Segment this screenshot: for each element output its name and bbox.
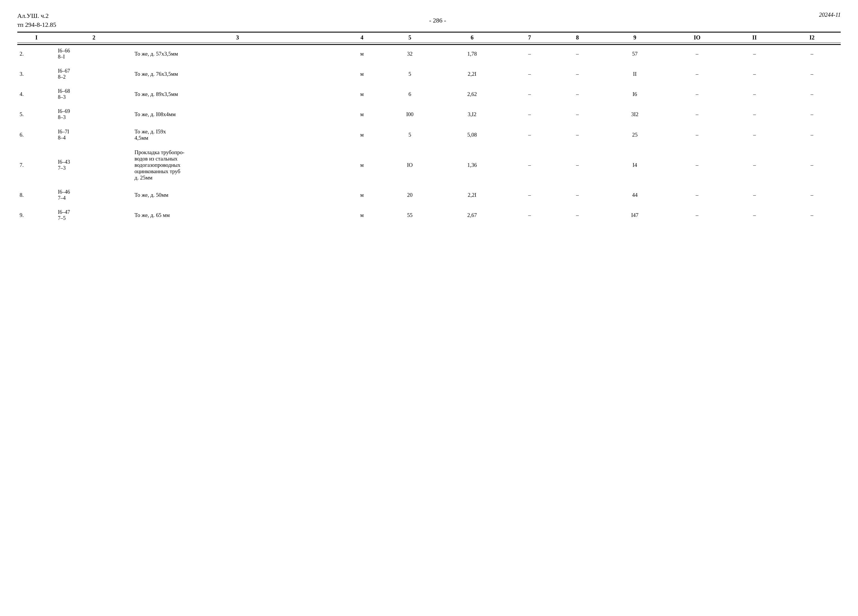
spacer-row bbox=[17, 184, 841, 186]
row-col6: 1,78 bbox=[438, 44, 505, 63]
col-header-8: 8 bbox=[553, 32, 602, 43]
row-col10: – bbox=[668, 44, 726, 63]
row-col9: 44 bbox=[602, 186, 668, 204]
row-col6: 3,I2 bbox=[438, 106, 505, 123]
row-unit: м bbox=[343, 146, 381, 184]
col-header-6: 6 bbox=[438, 32, 505, 43]
spacer-row bbox=[17, 144, 841, 146]
row-code: I6–69 8–3 bbox=[56, 106, 132, 123]
row-col5: IO bbox=[381, 146, 438, 184]
row-col5: I00 bbox=[381, 106, 438, 123]
row-col11: – bbox=[726, 106, 783, 123]
row-col6: 2,2I bbox=[438, 65, 505, 83]
table-header-row: I 2 3 4 5 6 7 8 9 IO II I2 bbox=[17, 32, 841, 43]
row-col7: – bbox=[506, 186, 553, 204]
row-col5: 5 bbox=[381, 65, 438, 83]
row-col6: 2,2I bbox=[438, 186, 505, 204]
row-col9: 57 bbox=[602, 44, 668, 63]
row-col8: – bbox=[553, 146, 602, 184]
spacer-row bbox=[17, 123, 841, 126]
row-col7: – bbox=[506, 146, 553, 184]
row-num: 7. bbox=[17, 146, 56, 184]
row-col10: – bbox=[668, 85, 726, 103]
row-col7: – bbox=[506, 106, 553, 123]
row-unit: м bbox=[343, 85, 381, 103]
row-code: I6–47 7–5 bbox=[56, 206, 132, 224]
row-col8: – bbox=[553, 186, 602, 204]
col-header-11: II bbox=[726, 32, 783, 43]
row-col6: 2,62 bbox=[438, 85, 505, 103]
row-col7: – bbox=[506, 206, 553, 224]
row-col9: I4 bbox=[602, 146, 668, 184]
row-desc: Прокладка трубопро- водов из стальных во… bbox=[132, 146, 343, 184]
row-col5: 32 bbox=[381, 44, 438, 63]
spacer-row bbox=[17, 83, 841, 85]
row-col11: – bbox=[726, 206, 783, 224]
row-unit: м bbox=[343, 44, 381, 63]
row-col10: – bbox=[668, 126, 726, 144]
row-desc: То же, д. I59х 4,5мм bbox=[132, 126, 343, 144]
table-row: 3.I6–67 8–2То же, д. 76х3,5ммм52,2I––II–… bbox=[17, 65, 841, 83]
row-col10: – bbox=[668, 146, 726, 184]
row-col7: – bbox=[506, 126, 553, 144]
row-col10: – bbox=[668, 65, 726, 83]
col-header-10: IO bbox=[668, 32, 726, 43]
row-num: 5. bbox=[17, 106, 56, 123]
row-unit: м bbox=[343, 126, 381, 144]
col-header-2: 2 bbox=[56, 32, 132, 43]
col-header-9: 9 bbox=[602, 32, 668, 43]
row-col8: – bbox=[553, 85, 602, 103]
table-body: 2.I6–66 8–IТо же, д. 57х3,5ммм321,78––57… bbox=[17, 44, 841, 224]
row-unit: м bbox=[343, 106, 381, 123]
row-col8: – bbox=[553, 65, 602, 83]
table-row: 8.I6–46 7–4То же, д. 50ммм202,2I––44––– bbox=[17, 186, 841, 204]
row-code: I6–43 7–3 bbox=[56, 146, 132, 184]
row-col9: II bbox=[602, 65, 668, 83]
row-col9: 3I2 bbox=[602, 106, 668, 123]
spacer-row bbox=[17, 103, 841, 106]
row-col8: – bbox=[553, 44, 602, 63]
row-col11: – bbox=[726, 126, 783, 144]
row-unit: м bbox=[343, 186, 381, 204]
col-header-1: I bbox=[17, 32, 56, 43]
row-col12: – bbox=[783, 206, 841, 224]
col-header-3: 3 bbox=[132, 32, 343, 43]
spacer-row bbox=[17, 63, 841, 65]
row-col5: 55 bbox=[381, 206, 438, 224]
row-col11: – bbox=[726, 146, 783, 184]
row-col12: – bbox=[783, 146, 841, 184]
row-col9: I47 bbox=[602, 206, 668, 224]
row-col6: 1,36 bbox=[438, 146, 505, 184]
row-col8: – bbox=[553, 106, 602, 123]
row-unit: м bbox=[343, 65, 381, 83]
row-col9: I6 bbox=[602, 85, 668, 103]
header-center: - 286 - bbox=[429, 17, 446, 24]
row-code: I6–46 7–4 bbox=[56, 186, 132, 204]
table-row: 4.I6–68 8–3То же, д. 89х3,5ммм62,62––I6–… bbox=[17, 85, 841, 103]
col-header-5: 5 bbox=[381, 32, 438, 43]
col-header-7: 7 bbox=[506, 32, 553, 43]
main-table: I 2 3 4 5 6 7 8 9 IO II I2 2.I6–66 8–IТо… bbox=[17, 32, 841, 224]
row-col8: – bbox=[553, 206, 602, 224]
row-col11: – bbox=[726, 186, 783, 204]
row-num: 4. bbox=[17, 85, 56, 103]
row-code: I6–68 8–3 bbox=[56, 85, 132, 103]
row-col12: – bbox=[783, 44, 841, 63]
header-left-line1: Ал.УШ. ч.2 bbox=[17, 11, 56, 20]
row-num: 9. bbox=[17, 206, 56, 224]
row-col12: – bbox=[783, 126, 841, 144]
row-col7: – bbox=[506, 85, 553, 103]
row-col8: – bbox=[553, 126, 602, 144]
row-col5: 20 bbox=[381, 186, 438, 204]
row-col7: – bbox=[506, 65, 553, 83]
row-desc: То же, д. 50мм bbox=[132, 186, 343, 204]
row-col10: – bbox=[668, 186, 726, 204]
row-desc: То же, д. I08х4мм bbox=[132, 106, 343, 123]
row-num: 6. bbox=[17, 126, 56, 144]
row-col11: – bbox=[726, 65, 783, 83]
table-row: 2.I6–66 8–IТо же, д. 57х3,5ммм321,78––57… bbox=[17, 44, 841, 63]
row-desc: То же, д. 57х3,5мм bbox=[132, 44, 343, 63]
row-col11: – bbox=[726, 44, 783, 63]
row-col12: – bbox=[783, 106, 841, 123]
row-col9: 25 bbox=[602, 126, 668, 144]
